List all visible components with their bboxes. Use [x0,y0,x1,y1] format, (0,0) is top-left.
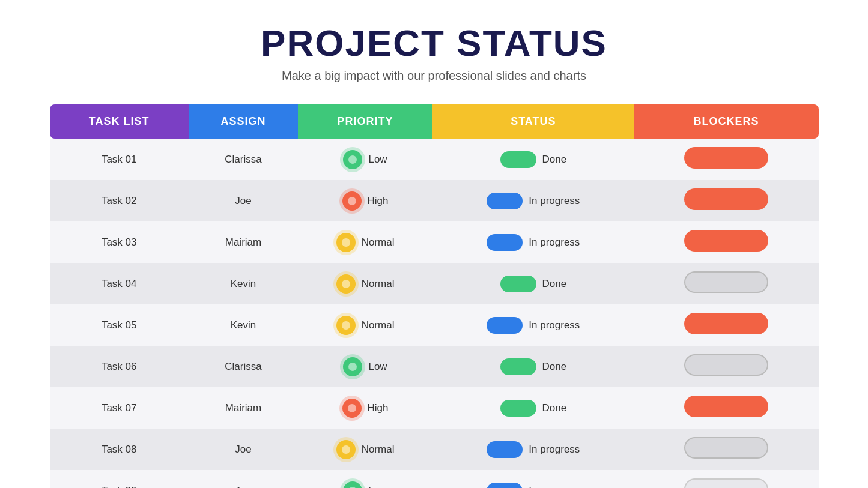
col-header-assign: ASSIGN [189,104,298,139]
page-subtitle: Make a big impact with our professional … [282,69,586,83]
table-row: Task 04KevinNormalDone [50,263,819,304]
table-body: Task 01ClarissaLowDoneTask 02JoeHighIn p… [50,139,819,488]
col-header-task: TASK LIST [50,104,189,139]
status-label: In progress [529,319,580,331]
status-pill-done [500,400,536,417]
assign-cell: Mairiam [189,387,298,429]
task-cell: Task 03 [50,221,189,263]
priority-cell: High [298,387,432,429]
blocker-pill-red [684,313,768,334]
task-cell: Task 06 [50,346,189,387]
task-cell: Task 04 [50,263,189,304]
blockers-cell [634,470,819,488]
status-pill-done [500,358,536,375]
project-status-table: TASK LIST ASSIGN PRIORITY STATUS BLOCKER… [50,104,819,488]
page-title: PROJECT STATUS [261,22,607,64]
task-cell: Task 01 [50,139,189,180]
blocker-pill-white [684,271,768,293]
table-row: Task 06ClarissaLowDone [50,346,819,387]
col-header-priority: PRIORITY [298,104,432,139]
blockers-cell [634,387,819,429]
table-row: Task 08JoeNormalIn progress [50,429,819,470]
priority-dot-low [343,481,362,489]
status-cell: In progress [432,429,634,470]
priority-cell: Normal [298,263,432,304]
blockers-cell [634,429,819,470]
col-header-blockers: BLOCKERS [634,104,819,139]
blockers-cell [634,180,819,221]
priority-cell: High [298,180,432,221]
status-pill-inprogress [487,234,523,251]
status-pill-inprogress [487,317,523,334]
priority-label: High [368,195,389,207]
priority-dot-high [342,191,362,211]
table-row: Task 01ClarissaLowDone [50,139,819,180]
status-label: In progress [529,485,580,489]
priority-label: Normal [362,444,395,456]
priority-label: Low [368,154,387,166]
table-header-row: TASK LIST ASSIGN PRIORITY STATUS BLOCKER… [50,104,819,139]
assign-cell: Clarissa [189,346,298,387]
status-label: In progress [529,195,580,207]
status-label: Done [542,278,567,290]
assign-cell: Joe [189,429,298,470]
priority-dot-normal [336,440,356,459]
status-pill-inprogress [487,483,523,489]
priority-cell: Low [298,139,432,180]
status-pill-inprogress [487,441,523,458]
priority-dot-low [343,150,362,169]
priority-label: Low [368,361,387,373]
priority-dot-normal [336,316,356,335]
assign-cell: Kevin [189,263,298,304]
status-pill-inprogress [487,193,523,209]
assign-cell: Mairiam [189,221,298,263]
priority-label: Low [368,485,387,489]
task-cell: Task 07 [50,387,189,429]
blockers-cell [634,263,819,304]
status-label: Done [542,154,567,166]
priority-label: High [368,402,389,414]
blockers-cell [634,346,819,387]
blocker-pill-white [684,478,768,488]
status-cell: In progress [432,304,634,346]
priority-dot-low [343,357,362,376]
blockers-cell [634,139,819,180]
assign-cell: Clarissa [189,139,298,180]
table-container: TASK LIST ASSIGN PRIORITY STATUS BLOCKER… [50,104,819,488]
blocker-pill-white [684,354,768,376]
table-row: Task 07MairiamHighDone [50,387,819,429]
blocker-pill-red [684,147,768,169]
status-cell: In progress [432,221,634,263]
priority-cell: Normal [298,221,432,263]
blocker-pill-white [684,437,768,459]
priority-label: Normal [362,278,395,290]
blocker-pill-red [684,396,768,417]
status-cell: Done [432,387,634,429]
priority-label: Normal [362,236,395,249]
task-cell: Task 08 [50,429,189,470]
blockers-cell [634,304,819,346]
col-header-status: STATUS [432,104,634,139]
status-cell: Done [432,139,634,180]
table-row: Task 02JoeHighIn progress [50,180,819,221]
blockers-cell [634,221,819,263]
table-row: Task 05KevinNormalIn progress [50,304,819,346]
priority-cell: Normal [298,304,432,346]
status-cell: In progress [432,470,634,488]
status-label: Done [542,361,567,373]
status-label: In progress [529,236,580,249]
task-cell: Task 05 [50,304,189,346]
task-cell: Task 02 [50,180,189,221]
priority-cell: Normal [298,429,432,470]
task-cell: Task 09 [50,470,189,488]
assign-cell: Kevin [189,304,298,346]
blocker-pill-red [684,230,768,252]
priority-cell: Low [298,346,432,387]
priority-dot-normal [336,233,356,252]
status-label: In progress [529,444,580,456]
status-cell: In progress [432,180,634,221]
table-row: Task 03MairiamNormalIn progress [50,221,819,263]
blocker-pill-red [684,188,768,210]
priority-label: Normal [362,319,395,331]
status-pill-done [500,276,536,292]
